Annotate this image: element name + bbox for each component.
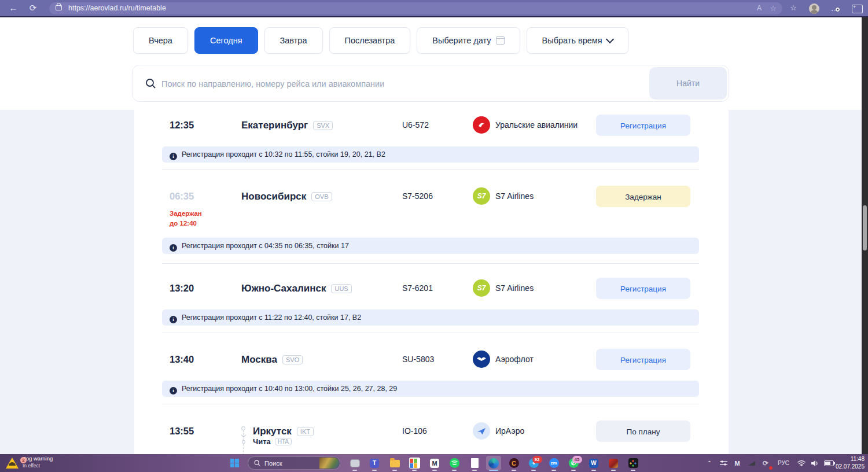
volume-icon[interactable]	[809, 454, 821, 472]
filter-pick-time[interactable]: Выбрать время	[527, 27, 628, 54]
refresh-icon[interactable]: ⟳	[25, 0, 41, 16]
departure-time: 13:55	[170, 421, 194, 442]
wifi-icon[interactable]	[796, 454, 807, 472]
flight-row: 13:40 МоскваSVO SU-5803 Аэрофлот Регистр…	[134, 349, 729, 370]
iata-code: SVX	[313, 121, 333, 130]
aeroflot-logo	[473, 351, 490, 368]
tray-expand-icon[interactable]: ⌃	[704, 454, 715, 472]
registration-info: iРегистрация проходит с 10:32 по 11:55, …	[162, 146, 699, 163]
bing-daily-image	[319, 458, 339, 469]
departure-time: 12:35	[170, 115, 194, 136]
split-screen-icon[interactable]	[852, 5, 863, 13]
edge-browser-icon[interactable]	[486, 456, 501, 470]
calendar-icon	[496, 36, 505, 45]
notepad-icon[interactable]	[467, 456, 482, 470]
tray-m-app-icon[interactable]: M	[731, 454, 743, 472]
timetable-page: Вчера Сегодня Завтра Послезавтра Выберит…	[0, 17, 868, 454]
telegram-icon[interactable]: 92	[526, 456, 541, 470]
onedrive-paused-icon[interactable]	[746, 454, 757, 472]
registration-info: iРегистрация проходит с 04:35 по 06:35, …	[162, 238, 699, 254]
browser-menu-icon[interactable]: …	[827, 0, 843, 16]
scrollbar-thumb[interactable]	[863, 205, 867, 250]
word-icon[interactable]: W	[586, 456, 601, 470]
flight-number: IO-106	[402, 421, 427, 442]
registration-button[interactable]: Регистрация	[596, 278, 690, 299]
filter-pick-date[interactable]: Выберите дату	[417, 27, 520, 54]
airline-name: Уральские авиалинии	[495, 120, 578, 130]
airline-name: S7 Airlines	[495, 191, 534, 201]
stop-iata-code: HTA	[275, 438, 292, 445]
route-stop-dot	[242, 440, 245, 444]
registration-button[interactable]: Регистрация	[596, 349, 690, 370]
ural-airlines-logo	[473, 116, 490, 134]
clock[interactable]: 11:4802.07.2025	[836, 456, 865, 470]
back-icon[interactable]: ←	[6, 0, 21, 16]
telegram-badge: 92	[532, 456, 542, 463]
stop-city: Чита	[253, 437, 271, 446]
search-submit-button[interactable]: Найти	[649, 67, 727, 99]
iraero-logo	[473, 422, 490, 440]
favorite-star-icon[interactable]: ☆	[770, 2, 777, 14]
profile-avatar[interactable]	[809, 3, 819, 14]
airline-name: S7 Airlines	[495, 283, 534, 293]
address-bar[interactable]: https://aerovlad.ru/ru/timetable A ☆	[49, 2, 782, 14]
flight-search: Найти	[132, 65, 729, 102]
registration-button[interactable]: Регистрация	[596, 115, 690, 136]
task-view-icon[interactable]	[347, 456, 362, 470]
url-text[interactable]: https://aerovlad.ru/ru/timetable	[68, 2, 166, 14]
iata-code: IKT	[297, 427, 314, 436]
filter-today[interactable]: Сегодня	[194, 27, 258, 54]
route-origin-dot	[241, 426, 245, 430]
spotify-icon[interactable]	[447, 456, 462, 470]
flight-row: 13:20 Южно-СахалинскUUS S7-6201 S7S7 Air…	[134, 278, 729, 299]
airline-name: ИрАэро	[495, 426, 524, 436]
language-indicator[interactable]: РУС	[775, 454, 792, 472]
weather-widget[interactable]: 2 Fog warningIn effect	[6, 455, 53, 469]
favorites-bar-icon[interactable]: ☆	[786, 0, 801, 16]
music-app-icon[interactable]: C	[506, 456, 521, 470]
sync-icon[interactable]: ⟳	[760, 454, 771, 472]
read-aloud-icon[interactable]: A	[757, 2, 762, 14]
flight-list: 12:35 ЕкатеринбургSVX U6-572 Уральские а…	[134, 110, 729, 454]
start-button[interactable]	[227, 456, 242, 470]
flight-row: 06:35 Задержандо 12:40 НовосибирскOVB S7…	[134, 186, 729, 207]
search-input[interactable]	[160, 66, 626, 102]
teams-icon[interactable]: T	[367, 456, 382, 470]
destination-city: Новосибирск	[241, 191, 306, 202]
info-icon: i	[170, 316, 177, 323]
battery-icon[interactable]	[822, 454, 835, 472]
taskbar-search[interactable]: Поиск	[248, 456, 340, 470]
browser-toolbar: ← ⟳ https://aerovlad.ru/ru/timetable A ☆…	[0, 0, 868, 17]
file-explorer-icon[interactable]	[387, 456, 402, 470]
windows-logo-icon	[230, 459, 239, 467]
filter-yesterday[interactable]: Вчера	[133, 27, 188, 54]
status-on-schedule-badge: По плану	[596, 421, 690, 442]
flight-number: SU-5803	[402, 349, 434, 370]
puzzle-game-icon[interactable]	[626, 456, 641, 470]
store-icon[interactable]	[407, 456, 422, 470]
flight-number: U6-572	[402, 115, 429, 136]
destination-city: Екатеринбург	[241, 120, 308, 131]
flight-row: 13:55 ИркутскIKT ЧитаHTA IO-106 ИрАэро П…	[134, 421, 729, 455]
departure-time: 13:40	[170, 349, 194, 370]
info-icon: i	[170, 153, 177, 160]
warning-badge: 2	[20, 457, 27, 463]
search-icon	[254, 460, 260, 466]
departure-time: 13:20	[170, 278, 194, 299]
destination-city: Москва	[241, 354, 277, 366]
chevron-down-icon	[606, 35, 614, 43]
warning-icon: 2	[6, 458, 19, 469]
lock-icon	[56, 5, 62, 10]
page-scrollbar[interactable]	[862, 17, 868, 454]
delay-note: Задержандо 12:40	[170, 209, 202, 228]
info-icon: i	[170, 387, 177, 394]
whatsapp-icon[interactable]: ✆45	[566, 456, 581, 470]
filter-after-tomorrow[interactable]: Послезавтра	[329, 27, 411, 54]
filter-tomorrow[interactable]: Завтра	[264, 27, 323, 54]
cards-game-icon[interactable]	[606, 456, 621, 470]
flight-number: S7-6201	[402, 278, 433, 299]
destination-city: Южно-Сахалинск	[241, 283, 326, 294]
m-app-icon[interactable]: M	[427, 456, 442, 470]
mixer-icon[interactable]	[718, 454, 729, 472]
zoom-icon[interactable]: zm	[546, 456, 561, 470]
